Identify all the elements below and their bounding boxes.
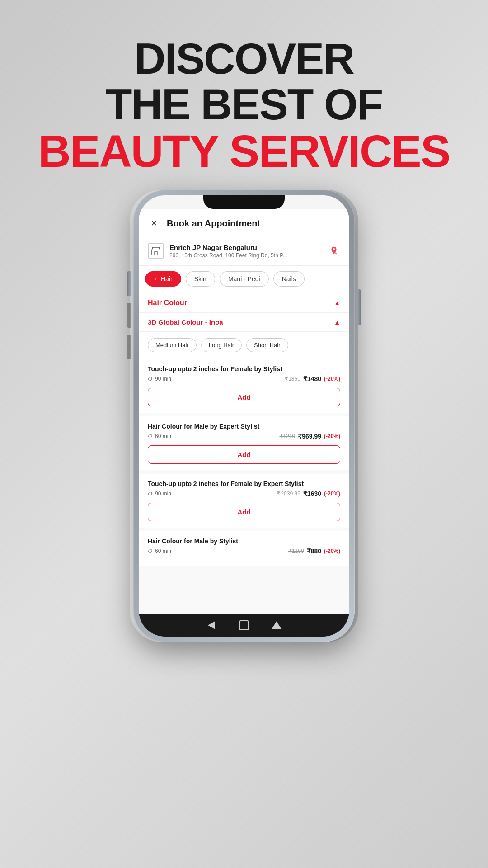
hair-pill-short[interactable]: Short Hair xyxy=(246,338,288,352)
nav-recents-button[interactable] xyxy=(272,620,282,630)
phone-mockup: × Book an Appointment Enrich JP Nagar Be… xyxy=(133,190,355,642)
salon-address: 296, 15th Cross Road, 100 Feet Ring Rd, … xyxy=(169,252,328,259)
salon-store-icon xyxy=(148,243,164,259)
service-name-1: Touch-up upto 2 inches for Female by Sty… xyxy=(148,365,340,373)
nav-home-button[interactable] xyxy=(239,620,249,630)
original-price-4: ₹1100 xyxy=(288,548,304,554)
clock-icon-4: ⏱ xyxy=(148,548,153,554)
nav-home-icon xyxy=(239,620,249,630)
hair-pill-long[interactable]: Long Hair xyxy=(201,338,242,352)
duration-text-1: 90 min xyxy=(155,376,171,382)
tab-check-icon: ✓ xyxy=(154,276,158,282)
subsection-header[interactable]: 3D Global Colour - Inoa ▲ xyxy=(139,313,349,332)
section-title: Hair Colour xyxy=(148,299,187,307)
service-price-4: ₹1100 ₹880 (-20%) xyxy=(288,547,340,555)
phone-outer: × Book an Appointment Enrich JP Nagar Be… xyxy=(133,190,355,642)
duration-text-2: 60 min xyxy=(155,433,171,439)
service-price-2: ₹1210 ₹969.99 (-20%) xyxy=(279,433,340,440)
discount-badge-3: (-20%) xyxy=(324,491,340,497)
category-tabs: ✓ Hair Skin Mani - Pedi Nails xyxy=(139,266,349,292)
tab-hair-label: Hair xyxy=(161,275,173,283)
service-item-2: Hair Colour for Male by Expert Stylist ⏱… xyxy=(139,416,349,474)
service-meta-3: ⏱ 90 min ₹2039.99 ₹1630 (-20%) xyxy=(148,490,340,497)
nav-recents-icon xyxy=(272,621,282,629)
phone-inner: × Book an Appointment Enrich JP Nagar Be… xyxy=(139,195,349,637)
subsection-chevron-up-icon: ▲ xyxy=(334,319,340,326)
tab-mani-pedi[interactable]: Mani - Pedi xyxy=(220,271,269,287)
hair-colour-section[interactable]: Hair Colour ▲ xyxy=(139,292,349,313)
original-price-2: ₹1210 xyxy=(279,433,295,439)
hair-type-pills: Medium Hair Long Hair Short Hair xyxy=(139,332,349,359)
discounted-price-1: ₹1480 xyxy=(303,375,321,382)
service-meta-1: ⏱ 90 min ₹1850 ₹1480 (-20%) xyxy=(148,375,340,382)
tab-mani-pedi-label: Mani - Pedi xyxy=(228,275,260,283)
headline-block: DISCOVER THE BEST OF BEAUTY SERVICES xyxy=(0,36,488,175)
add-button-2[interactable]: Add xyxy=(148,445,340,464)
salon-info[interactable]: Enrich JP Nagar Bengaluru 296, 15th Cros… xyxy=(139,236,349,266)
salon-name: Enrich JP Nagar Bengaluru xyxy=(169,244,328,251)
service-duration-1: ⏱ 90 min xyxy=(148,376,171,382)
discount-badge-1: (-20%) xyxy=(324,376,340,382)
phone-notch xyxy=(203,195,285,209)
clock-icon-1: ⏱ xyxy=(148,376,153,382)
add-button-1[interactable]: Add xyxy=(148,388,340,406)
bottom-nav xyxy=(139,614,349,637)
service-price-3: ₹2039.99 ₹1630 (-20%) xyxy=(277,490,340,497)
duration-text-4: 60 min xyxy=(155,548,171,554)
svg-rect-1 xyxy=(155,251,157,255)
discounted-price-3: ₹1630 xyxy=(303,490,321,497)
hair-pill-medium[interactable]: Medium Hair xyxy=(148,338,197,352)
headline-line3: BEAUTY SERVICES xyxy=(0,127,488,175)
discounted-price-4: ₹880 xyxy=(307,547,321,555)
subsection-title: 3D Global Colour - Inoa xyxy=(148,318,223,326)
app-screen: × Book an Appointment Enrich JP Nagar Be… xyxy=(139,209,349,614)
service-duration-3: ⏱ 90 min xyxy=(148,491,171,497)
discount-badge-4: (-20%) xyxy=(324,548,340,554)
svg-rect-0 xyxy=(152,250,160,255)
service-name-2: Hair Colour for Male by Expert Stylist xyxy=(148,423,340,430)
svg-point-2 xyxy=(333,248,335,250)
close-button[interactable]: × xyxy=(148,217,160,230)
clock-icon-3: ⏱ xyxy=(148,491,153,496)
tab-skin-label: Skin xyxy=(194,275,206,283)
original-price-3: ₹2039.99 xyxy=(277,491,300,497)
services-list: Hair Colour ▲ 3D Global Colour - Inoa ▲ … xyxy=(139,292,349,614)
app-header: × Book an Appointment xyxy=(139,209,349,236)
headline-line2: THE BEST OF xyxy=(0,82,488,127)
service-meta-2: ⏱ 60 min ₹1210 ₹969.99 (-20%) xyxy=(148,433,340,440)
tab-skin[interactable]: Skin xyxy=(186,271,215,287)
tab-hair[interactable]: ✓ Hair xyxy=(145,271,181,287)
location-pin-icon[interactable] xyxy=(328,245,340,257)
header-title: Book an Appointment xyxy=(167,218,260,229)
service-item: Touch-up upto 2 inches for Female by Sty… xyxy=(139,359,349,416)
nav-back-icon xyxy=(208,621,215,629)
original-price-1: ₹1850 xyxy=(285,376,300,382)
service-item-3: Touch-up upto 2 inches for Female by Exp… xyxy=(139,474,349,531)
chevron-up-icon: ▲ xyxy=(334,299,340,307)
duration-text-3: 90 min xyxy=(155,491,171,497)
discounted-price-2: ₹969.99 xyxy=(298,433,321,440)
service-item-4: Hair Colour for Male by Stylist ⏱ 60 min… xyxy=(139,531,349,570)
salon-details: Enrich JP Nagar Bengaluru 296, 15th Cros… xyxy=(169,244,328,259)
clock-icon-2: ⏱ xyxy=(148,434,153,439)
nav-back-button[interactable] xyxy=(206,620,216,630)
tab-nails[interactable]: Nails xyxy=(273,271,305,287)
service-duration-2: ⏱ 60 min xyxy=(148,433,171,439)
service-name-4: Hair Colour for Male by Stylist xyxy=(148,538,340,545)
service-meta-4: ⏱ 60 min ₹1100 ₹880 (-20%) xyxy=(148,547,340,555)
discount-badge-2: (-20%) xyxy=(324,433,340,439)
service-duration-4: ⏱ 60 min xyxy=(148,548,171,554)
tab-nails-label: Nails xyxy=(282,275,296,283)
service-price-1: ₹1850 ₹1480 (-20%) xyxy=(285,375,340,382)
service-name-3: Touch-up upto 2 inches for Female by Exp… xyxy=(148,480,340,487)
headline-line1: DISCOVER xyxy=(0,36,488,82)
add-button-3[interactable]: Add xyxy=(148,503,340,521)
